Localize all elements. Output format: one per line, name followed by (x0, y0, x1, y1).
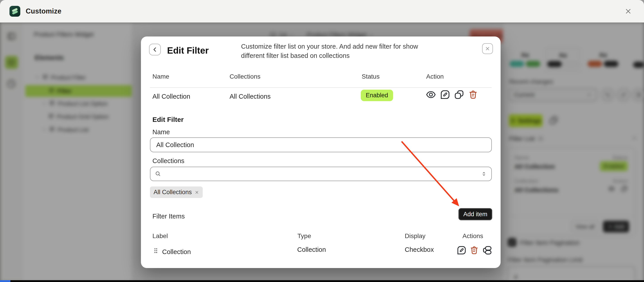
drag-handle[interactable] (152, 247, 159, 255)
item-type: Collection (297, 246, 326, 253)
divider (150, 87, 492, 88)
bottom-edge-accent (0, 280, 10, 282)
collections-search-input[interactable] (164, 167, 478, 181)
remove-tag-icon[interactable] (194, 190, 199, 195)
bottom-edge (0, 280, 644, 282)
col-header-status: Status (362, 73, 380, 80)
edit-icon[interactable] (440, 89, 450, 100)
select-chevrons-icon (481, 171, 487, 177)
collections-field-label: Collections (152, 157, 184, 165)
col-header-actions: Actions (462, 233, 483, 240)
modal-close-icon[interactable] (482, 43, 493, 54)
row-name: All Collection (152, 93, 190, 100)
item-display: Checkbox (405, 246, 434, 253)
group-items-icon[interactable] (482, 245, 492, 256)
item-label: Collection (162, 248, 191, 256)
edit-filter-modal: Edit Filter Customize filter list on you… (141, 36, 500, 268)
app-logo-icon (10, 6, 20, 17)
edit-icon[interactable] (456, 245, 466, 255)
row-collections: All Collections (230, 93, 270, 100)
add-item-button[interactable]: Add item (458, 208, 492, 220)
col-header-type: Type (298, 233, 311, 240)
col-header-collections: Collections (230, 73, 260, 80)
delete-icon[interactable] (469, 245, 479, 255)
window-title: Customize (26, 7, 62, 15)
filter-items-heading: Filter Items (152, 213, 185, 220)
form-heading: Edit Filter (152, 116, 184, 123)
collection-tag-label: All Collections (154, 189, 192, 196)
modal-description: Customize filter list on your store. And… (241, 42, 440, 60)
name-input[interactable] (150, 137, 492, 152)
col-header-action: Action (426, 73, 444, 80)
add-item-label: Add item (464, 211, 488, 218)
chevron-left-icon (152, 46, 158, 53)
modal-title: Edit Filter (167, 45, 208, 56)
col-header-display: Display (405, 233, 426, 240)
collection-tag: All Collections (150, 187, 203, 198)
status-badge: Enabled (361, 90, 393, 101)
col-header-name: Name (152, 73, 169, 80)
app-window: Customize Product Filters Widget Element… (0, 0, 644, 282)
collections-select[interactable] (150, 167, 492, 181)
duplicate-icon[interactable] (454, 89, 464, 100)
search-icon (155, 171, 161, 177)
view-icon[interactable] (426, 89, 436, 100)
name-field-label: Name (152, 128, 170, 136)
back-button[interactable] (149, 44, 161, 55)
col-header-label: Label (152, 233, 168, 240)
close-icon[interactable] (623, 6, 634, 17)
titlebar: Customize (0, 0, 644, 22)
delete-icon[interactable] (468, 89, 478, 100)
